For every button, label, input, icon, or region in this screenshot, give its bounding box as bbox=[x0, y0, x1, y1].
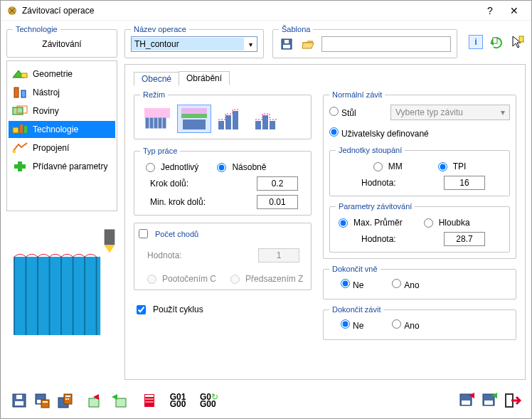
svg-rect-57 bbox=[484, 401, 493, 405]
save-template-button[interactable] bbox=[279, 36, 294, 52]
help-button[interactable]: ? bbox=[479, 3, 501, 18]
finish-thread-legend: Dokončit závit bbox=[329, 305, 383, 314]
svg-rect-55 bbox=[462, 401, 470, 405]
template-name-field[interactable] bbox=[321, 36, 451, 52]
tool-icon bbox=[11, 86, 28, 99]
app-icon bbox=[6, 5, 18, 16]
svg-rect-19 bbox=[493, 38, 497, 43]
finish-out-legend: Dokončit vně bbox=[329, 265, 381, 273]
worktype-legend: Typ práce bbox=[140, 147, 180, 155]
mode-legend: Režim bbox=[140, 90, 168, 99]
svg-rect-48 bbox=[89, 398, 99, 407]
left-column: Technologie Závitování Geometrie Nástroj… bbox=[6, 25, 117, 380]
minstep-input[interactable] bbox=[257, 195, 298, 209]
svg-rect-45 bbox=[65, 396, 70, 397]
radio-table[interactable]: Stůl bbox=[329, 107, 386, 118]
titlebar: Závitovací operace ? ✕ bbox=[1, 1, 531, 21]
mode-option-3[interactable] bbox=[214, 105, 248, 133]
stepdown-label: Krok dolů: bbox=[150, 179, 188, 189]
finish-out-yes[interactable]: Ano bbox=[392, 279, 419, 290]
svg-rect-41 bbox=[41, 400, 49, 408]
opname-input[interactable] bbox=[132, 38, 244, 51]
finish-out-group: Dokončit vně Ne Ano bbox=[323, 265, 516, 299]
footer-export-1[interactable] bbox=[86, 391, 106, 410]
footer-calc[interactable] bbox=[55, 391, 75, 410]
exit-icon bbox=[504, 393, 521, 408]
preview-image bbox=[6, 224, 117, 352]
starts-value-label: Hodnota: bbox=[147, 250, 182, 260]
svg-rect-3 bbox=[21, 90, 26, 97]
chevron-down-icon: ▾ bbox=[501, 107, 505, 117]
stepdown-input[interactable] bbox=[257, 176, 298, 191]
footer-import-1[interactable] bbox=[109, 391, 129, 410]
footer-book[interactable] bbox=[140, 391, 160, 410]
radio-tpi[interactable]: TPI bbox=[438, 161, 467, 171]
svg-rect-24 bbox=[154, 118, 157, 128]
close-button[interactable]: ✕ bbox=[503, 3, 526, 18]
radio-multi[interactable]: Násobně bbox=[217, 162, 266, 172]
opname-combo[interactable]: ▾ bbox=[131, 36, 257, 52]
radio-userdef[interactable]: Uživatelsky definované bbox=[329, 127, 429, 139]
tree-item-geometry[interactable]: Geometrie bbox=[9, 65, 115, 83]
chevron-down-icon[interactable]: ▾ bbox=[244, 41, 257, 48]
tree-item-technology[interactable]: Technologie bbox=[9, 121, 115, 138]
pitch-units-legend: Jednotky stoupání bbox=[336, 146, 405, 154]
tab-general[interactable]: Obecné bbox=[134, 72, 179, 85]
mode-option-2[interactable] bbox=[177, 105, 211, 133]
svg-rect-21 bbox=[144, 108, 170, 118]
starts-legend: Počet chodů bbox=[155, 230, 198, 238]
radio-maxdia[interactable]: Max. Průměr bbox=[339, 218, 403, 228]
pitch-value-input[interactable] bbox=[444, 176, 485, 190]
radio-offz: Předsazením Z bbox=[230, 274, 303, 284]
svg-rect-7 bbox=[20, 124, 23, 133]
footer-exit[interactable] bbox=[503, 391, 523, 410]
footer-apply[interactable] bbox=[480, 391, 500, 410]
finish-out-no[interactable]: Ne bbox=[341, 279, 363, 290]
svg-rect-22 bbox=[146, 118, 149, 128]
pick-pointer-button[interactable] bbox=[510, 34, 526, 50]
footer-gcode-1[interactable]: G01G00 bbox=[163, 391, 191, 410]
import-icon bbox=[110, 393, 127, 408]
starts-checkbox[interactable] bbox=[139, 229, 148, 238]
info-button[interactable]: i bbox=[469, 35, 483, 49]
worktype-group: Typ práce Jednotlivý Násobně Krok dolů: … bbox=[134, 147, 312, 216]
svg-rect-47 bbox=[68, 398, 69, 400]
finish-thread-group: Dokončit závit Ne Ano bbox=[323, 305, 516, 340]
footer-save-1[interactable] bbox=[9, 391, 29, 410]
finish-thread-yes[interactable]: Ano bbox=[392, 319, 419, 331]
tree-item-link[interactable]: Propojení bbox=[9, 139, 115, 157]
svg-rect-53 bbox=[145, 401, 154, 403]
radio-depth[interactable]: Hloubka bbox=[424, 218, 470, 228]
footer-gcode-2[interactable]: G0↻G00 bbox=[194, 391, 223, 410]
svg-rect-12 bbox=[105, 229, 115, 245]
footer-save-exit[interactable] bbox=[457, 391, 477, 410]
footer-save-calc[interactable] bbox=[32, 391, 52, 410]
minstep-label: Min. krok dolů: bbox=[150, 197, 206, 207]
mode-option-4[interactable] bbox=[251, 105, 285, 133]
mode-option-1[interactable] bbox=[140, 105, 174, 133]
pointer-icon bbox=[511, 35, 525, 49]
use-cycle-check[interactable]: Použít cyklus bbox=[137, 304, 312, 314]
param-value-input[interactable] bbox=[444, 232, 485, 246]
svg-rect-38 bbox=[16, 395, 22, 399]
radio-mm[interactable]: MM bbox=[373, 161, 403, 171]
pitch-units-group: Jednotky stoupání MM TPI Hodnota: bbox=[329, 146, 510, 196]
refresh-button[interactable] bbox=[489, 34, 504, 50]
technology-icon bbox=[11, 123, 28, 136]
tree-label: Propojení bbox=[33, 143, 69, 153]
starts-value-input bbox=[258, 248, 299, 262]
open-template-button[interactable] bbox=[300, 36, 316, 52]
radio-single[interactable]: Jednotlivý bbox=[146, 162, 198, 172]
radio-rotc: Pootočením C bbox=[147, 274, 216, 284]
normal-thread-legend: Normální závit bbox=[329, 90, 385, 99]
tree-item-tool[interactable]: Nástroj bbox=[9, 84, 115, 101]
svg-rect-32 bbox=[233, 111, 238, 129]
finish-thread-no[interactable]: Ne bbox=[341, 319, 363, 331]
tree-item-planes[interactable]: Roviny bbox=[9, 102, 115, 120]
tab-machining[interactable]: Obrábění bbox=[179, 71, 230, 85]
tree-item-extra[interactable]: Přídavné parametry bbox=[9, 158, 115, 175]
footer-toolbar: G01G00 G0↻G00 bbox=[1, 383, 531, 418]
save-calc-icon bbox=[34, 393, 50, 408]
geometry-icon bbox=[11, 68, 28, 80]
svg-rect-31 bbox=[225, 115, 231, 129]
